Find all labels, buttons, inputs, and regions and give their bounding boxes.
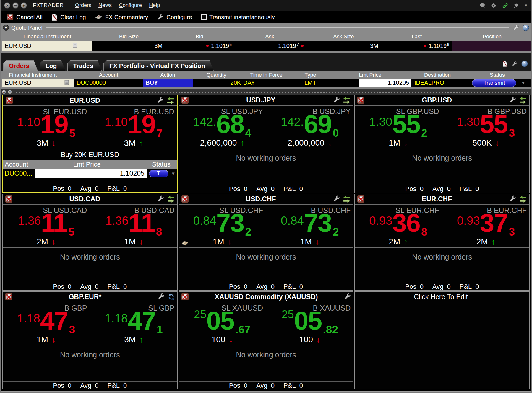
- quote-ask-cell[interactable]: 1.10197: [233, 41, 306, 51]
- tab-trades[interactable]: Trades: [67, 60, 102, 71]
- price-value: 1.36 11 8: [106, 211, 162, 237]
- close-window-button[interactable]: ×: [4, 2, 10, 9]
- wrench-icon[interactable]: [157, 97, 164, 104]
- price-cell[interactable]: B USD.CAD 1.36 11 8 1M ↓: [90, 205, 177, 247]
- order-account-cell[interactable]: DUC00000: [74, 79, 143, 87]
- quote-ask-size-cell[interactable]: 3M: [306, 41, 381, 51]
- status-dropdown-caret[interactable]: ▼: [171, 171, 176, 176]
- pos-label: Pos: [53, 283, 64, 291]
- wrench-icon[interactable]: [157, 195, 164, 203]
- splitter-handle[interactable]: [16, 92, 530, 93]
- wrench-icon[interactable]: [333, 195, 340, 203]
- refresh-icon[interactable]: [168, 293, 175, 301]
- tile-header: EUR.USD: [3, 95, 177, 106]
- chat-icon[interactable]: [479, 3, 486, 9]
- price-value: 0.93 36 8: [369, 211, 427, 237]
- quote-bid-size-cell[interactable]: 3M: [92, 41, 166, 51]
- chevron-down-icon[interactable]: ▼: [524, 3, 528, 8]
- price-cell[interactable]: SL EUR.USD 1.10 19 5 3M ↓: [3, 106, 90, 149]
- price-cell[interactable]: SL USD.JPY 142. 68 4 2,600,000 ↑: [179, 106, 266, 149]
- wrench-icon[interactable]: [509, 97, 516, 104]
- price-cell[interactable]: SL USD.CAD 1.36 11 5 2M ↓: [3, 205, 90, 247]
- transmit-button[interactable]: Transmit: [472, 79, 516, 87]
- order-type-cell[interactable]: LMT: [293, 79, 328, 87]
- price-cell[interactable]: B XAUUSD 25 05 .82 100 ↓: [266, 302, 353, 345]
- price-cell[interactable]: SL USD.CHF 0.84 73 2 1M ↓: [179, 205, 266, 247]
- swap-arrows-icon[interactable]: [167, 97, 175, 104]
- splitter-bar[interactable]: ▲ ▼: [0, 89, 532, 95]
- cancel-orders-icon[interactable]: [5, 195, 13, 203]
- order-instrument-cell[interactable]: EUR.USD: [2, 79, 74, 87]
- link-icon[interactable]: [502, 2, 509, 9]
- order-action-cell[interactable]: BUY: [143, 79, 193, 87]
- configure-button[interactable]: Configure: [153, 12, 196, 22]
- tab-orders[interactable]: Orders: [3, 60, 38, 71]
- swap-arrows-icon[interactable]: [167, 195, 175, 203]
- cancel-orders-icon[interactable]: [5, 293, 13, 301]
- transmit-instantaneously-toggle[interactable]: Transmit instantaneously: [197, 12, 278, 22]
- price-cell[interactable]: B USD.CHF 0.84 73 2 1M ↓: [266, 205, 353, 247]
- price-cell[interactable]: SL GBP.USD 1.30 55 2 1M ↓: [355, 106, 442, 149]
- lmt-price-input[interactable]: 1.10205: [359, 79, 411, 87]
- collapse-panel-button[interactable]: ▼: [3, 25, 9, 31]
- cancel-orders-icon[interactable]: [5, 97, 13, 104]
- quote-bid-cell[interactable]: 1.10195: [166, 41, 233, 51]
- menu-configure[interactable]: Configure: [115, 1, 145, 9]
- expand-down-button[interactable]: ▼: [8, 90, 12, 94]
- price-cell[interactable]: B USD.JPY 142. 69 0 2,000,000 ↓: [266, 106, 353, 149]
- price-cell[interactable]: SL GBP 1.18 47 1 3M ↑: [90, 302, 177, 345]
- cancel-orders-icon[interactable]: [181, 195, 189, 203]
- swap-arrows-icon[interactable]: [343, 97, 351, 104]
- price-cell[interactable]: B GBP 1.18 47 3 1M ↓: [3, 302, 90, 345]
- tile-cells: SL USD.CAD 1.36 11 5 2M ↓ B USD.CAD 1.36: [3, 205, 177, 248]
- cancel-all-button[interactable]: Cancel All: [3, 12, 46, 22]
- avg-value: 0: [95, 185, 98, 193]
- status-dropdown-caret[interactable]: ▼: [521, 80, 525, 85]
- col-lmt-price: Lmt Price: [328, 72, 412, 78]
- order-destination-cell[interactable]: IDEALPRO: [412, 79, 463, 87]
- wrench-icon[interactable]: [509, 195, 516, 203]
- price-cell[interactable]: B EUR.USD 1.10 19 7 3M ↑: [90, 106, 177, 149]
- price-cell[interactable]: B GBP.USD 1.30 55 3 500K ↓: [442, 106, 529, 149]
- cancel-orders-icon[interactable]: [357, 195, 365, 203]
- price-big: 19: [128, 112, 155, 136]
- pin-icon[interactable]: [513, 3, 519, 9]
- order-quantity-tif-cell[interactable]: 20K DAY: [193, 79, 293, 87]
- swap-arrows-icon[interactable]: [519, 97, 527, 104]
- menu-orders[interactable]: Orders: [72, 1, 95, 9]
- quote-last-cell[interactable]: 1.10196: [381, 41, 452, 51]
- swap-arrows-icon[interactable]: [343, 195, 351, 203]
- cancel-orders-icon[interactable]: [357, 96, 365, 104]
- fx-tile[interactable]: Click Here To Edit: [354, 291, 530, 389]
- price-cell[interactable]: SL EUR.CHF 0.93 36 8 2M ↑: [355, 205, 442, 247]
- pnl-label: P&L: [107, 283, 120, 291]
- cancel-orders-icon[interactable]: [181, 293, 189, 301]
- price-cell[interactable]: SL XAUUSD 25 05 .67 100 ↓: [179, 302, 266, 345]
- maximize-window-button[interactable]: +: [21, 2, 27, 9]
- menu-help[interactable]: Help: [145, 1, 163, 9]
- panel-wrench-icon[interactable]: [513, 25, 519, 31]
- cancel-orders-icon[interactable]: [181, 96, 189, 104]
- quote-instrument-cell[interactable]: EUR.USD: [2, 41, 92, 51]
- tab-fx-portfolio[interactable]: FX Portfolio - Virtual FX Position: [103, 60, 214, 71]
- wrench-icon[interactable]: [333, 97, 340, 104]
- clear-log-button[interactable]: Clear Log: [48, 12, 90, 22]
- expand-up-button[interactable]: ▲: [2, 90, 6, 94]
- clear-log-icon[interactable]: [502, 61, 507, 67]
- order-status-pill[interactable]: T: [149, 170, 168, 177]
- price-cell[interactable]: B EUR.CHF 0.93 37 3 2M ↑: [442, 205, 529, 247]
- order-lmt-price-input[interactable]: 1.10205: [35, 169, 147, 178]
- size-value: 1M: [389, 138, 400, 148]
- tab-log[interactable]: Log: [40, 60, 66, 71]
- help-icon[interactable]: ?: [523, 25, 529, 31]
- swap-arrows-icon[interactable]: [519, 195, 527, 203]
- minimize-window-button[interactable]: −: [12, 2, 19, 9]
- wrench-icon[interactable]: [512, 61, 517, 67]
- wrench-icon[interactable]: [344, 293, 351, 300]
- working-order-headers: Account Lmt Price Status: [3, 160, 177, 169]
- fx-commentary-button[interactable]: FX Commentary: [91, 12, 152, 22]
- help-icon[interactable]: ?: [521, 61, 528, 67]
- gear-icon[interactable]: [491, 2, 497, 9]
- menu-news[interactable]: News: [95, 1, 115, 9]
- wrench-icon[interactable]: [158, 293, 165, 300]
